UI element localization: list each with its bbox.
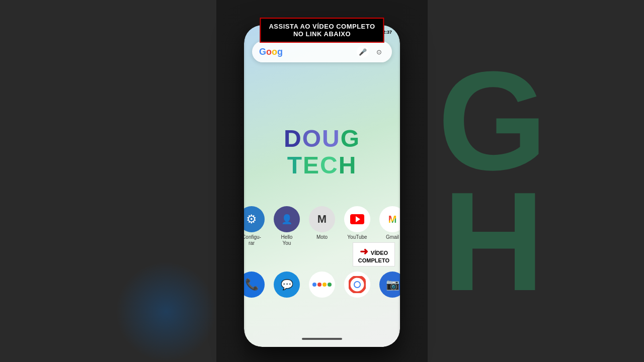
youtube-label: YouTube (347, 234, 367, 240)
app-assistant[interactable] (309, 272, 335, 300)
banner-line1: ASSISTA AO VÍDEO COMPLETO (269, 23, 375, 30)
yt-icon-shape (350, 214, 364, 224)
google-logo: Goog (259, 47, 283, 57)
red-arrow-icon: ➜ (360, 245, 368, 257)
app-gmail[interactable]: M Gmail (379, 206, 400, 246)
settings-icon: ⚙ (244, 206, 265, 232)
dot-yellow (323, 283, 327, 287)
phone-icon: 📞 (244, 272, 265, 298)
video-completo-badge: ➜ VÍDEO COMPLETO (353, 242, 395, 266)
moto-label: Moto (316, 234, 328, 240)
messages-icon: 💬 (274, 272, 300, 298)
svg-point-2 (355, 282, 360, 287)
settings-label: Configu-rar (244, 234, 261, 246)
camera-icon: 📷 (379, 272, 400, 298)
assistant-icon (309, 272, 335, 298)
hello-you-icon: 👤 (274, 206, 300, 232)
dougtech-logo: DOUG TECH (284, 126, 360, 179)
bg-left-glow (116, 261, 216, 362)
dot-red (317, 283, 321, 287)
app-messages[interactable]: 💬 (274, 272, 300, 300)
phone-wrapper: ASSISTA AO VÍDEO COMPLETO NO LINK ABAIXO… (221, 0, 423, 362)
app-youtube[interactable]: YouTube (344, 206, 370, 246)
app-camera[interactable]: 📷 (379, 272, 400, 300)
app-chrome[interactable] (344, 272, 370, 300)
video-line2: COMPLETO (358, 257, 389, 263)
app-phone[interactable]: 📞 (244, 272, 265, 300)
top-banner: ASSISTA AO VÍDEO COMPLETO NO LINK ABAIXO (260, 18, 384, 43)
mic-icon[interactable]: 🎤 (357, 46, 369, 58)
search-bar[interactable]: Goog 🎤 ⊙ (252, 41, 392, 62)
bg-right-panel: G H (428, 0, 644, 362)
dot-blue (312, 283, 316, 287)
video-line1: VÍDEO (371, 250, 388, 256)
hello-you-label: HelloYou (281, 234, 293, 246)
assistant-dots (312, 283, 332, 287)
bg-left-panel (0, 0, 216, 362)
app-row-1: ⚙ Configu-rar 👤 HelloYou M Moto (249, 206, 395, 246)
app-settings[interactable]: ⚙ Configu-rar (244, 206, 265, 246)
banner-line2: NO LINK ABAIXO (269, 30, 375, 38)
nav-bar (302, 338, 342, 340)
dot-green (328, 283, 332, 287)
youtube-icon (344, 206, 370, 232)
bg-h-letter: H (443, 171, 544, 312)
lens-icon[interactable]: ⊙ (373, 46, 385, 58)
app-hello-you[interactable]: 👤 HelloYou (274, 206, 300, 246)
gmail-icon: M (379, 206, 400, 232)
right-fade (397, 0, 428, 362)
phone-body: ▲ ▼ ▮ 94% 12:37 Goog 🎤 ⊙ DOUG (244, 25, 400, 347)
doug-text: DOUG (284, 126, 360, 152)
chrome-svg (349, 276, 366, 293)
app-row-2: 📞 💬 (249, 272, 395, 300)
moto-icon: M (309, 206, 335, 232)
left-fade (216, 0, 247, 362)
gmail-m-letter: M (388, 214, 397, 225)
phone-screen: ▲ ▼ ▮ 94% 12:37 Goog 🎤 ⊙ DOUG (244, 25, 400, 347)
app-moto[interactable]: M Moto (309, 206, 335, 246)
yt-play-triangle (356, 216, 360, 222)
tech-text: TECH (284, 152, 360, 179)
chrome-icon (344, 272, 370, 298)
